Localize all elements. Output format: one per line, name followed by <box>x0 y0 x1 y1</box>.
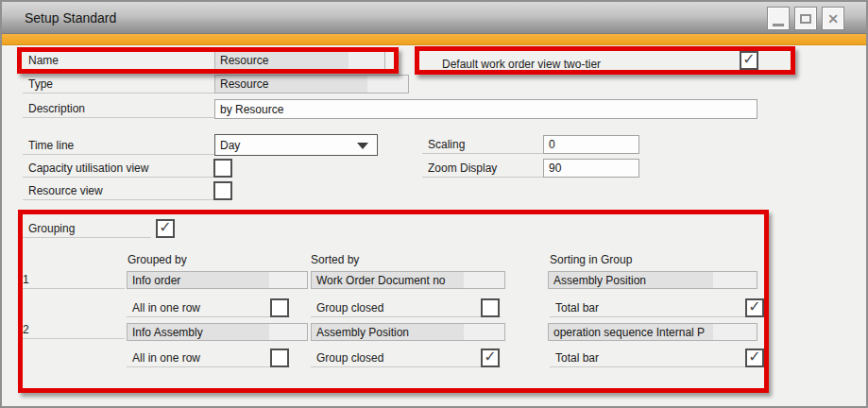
type-label: Type <box>23 76 214 94</box>
all-in-one-row-checkbox-2[interactable] <box>270 348 289 367</box>
title-bar[interactable]: Setup Standard ✕ <box>2 2 866 34</box>
capacity-view-label: Capacity utilisation view <box>23 160 214 178</box>
time-line-value: Day <box>220 139 240 152</box>
grouped-by-header: Grouped by <box>128 253 187 268</box>
minimize-icon <box>773 24 784 26</box>
default-two-tier-checkbox[interactable] <box>740 51 758 70</box>
time-line-label: Time line <box>23 137 214 155</box>
capacity-view-checkbox[interactable] <box>213 159 232 178</box>
zoom-display-field[interactable]: 90 <box>543 159 639 178</box>
group-closed-label-1: Group closed <box>311 299 501 317</box>
default-two-tier-label: Default work order view two-tier <box>436 56 763 74</box>
group-row-number: 2 <box>19 321 125 339</box>
sorting-in-group-field-2[interactable]: operation sequence Internal P <box>548 323 757 341</box>
resource-view-label: Resource view <box>23 182 214 200</box>
grouped-by-field-2[interactable]: Info Assembly <box>127 323 308 341</box>
scaling-label: Scaling <box>422 136 543 154</box>
grouping-checkbox[interactable] <box>156 219 175 238</box>
dropdown-arrow-icon <box>357 143 368 149</box>
close-icon: ✕ <box>827 12 839 26</box>
all-in-one-row-label-1: All in one row <box>127 299 290 317</box>
group-closed-checkbox-2[interactable] <box>481 348 500 367</box>
zoom-display-label: Zoom Display <box>422 160 543 178</box>
sorted-by-header: Sorted by <box>311 253 359 268</box>
all-in-one-row-checkbox-1[interactable] <box>270 298 289 317</box>
sorting-in-group-field-1[interactable]: Assembly Position <box>548 271 757 289</box>
minimize-button[interactable] <box>767 7 790 30</box>
sorted-by-field-1[interactable]: Work Order Document no <box>311 271 505 289</box>
group-row-number: 1 <box>19 271 125 289</box>
close-button[interactable]: ✕ <box>822 7 844 30</box>
all-in-one-row-label-2: All in one row <box>127 349 290 367</box>
total-bar-checkbox-1[interactable] <box>745 298 764 317</box>
total-bar-label-1: Total bar <box>550 299 765 317</box>
grouping-label: Grouping <box>23 220 151 238</box>
name-field[interactable]: Resource <box>214 51 385 70</box>
total-bar-label-2: Total bar <box>550 349 765 367</box>
description-field[interactable]: by Resource <box>214 99 757 119</box>
accent-bar <box>2 34 866 45</box>
maximize-icon <box>800 14 811 24</box>
group-closed-label-2: Group closed <box>311 349 501 367</box>
time-line-dropdown[interactable]: Day <box>214 134 378 156</box>
total-bar-checkbox-2[interactable] <box>745 348 764 367</box>
description-label: Description <box>23 100 214 118</box>
group-closed-checkbox-1[interactable] <box>481 298 500 317</box>
sorting-in-group-header: Sorting in Group <box>550 253 632 268</box>
maximize-button[interactable] <box>794 7 817 30</box>
sorted-by-field-2[interactable]: Assembly Position <box>311 323 505 341</box>
resource-view-checkbox[interactable] <box>213 181 232 200</box>
scaling-field[interactable]: 0 <box>543 135 639 154</box>
grouped-by-field-1[interactable]: Info order <box>127 271 308 289</box>
window-title: Setup Standard <box>25 2 116 34</box>
type-field[interactable]: Resource <box>214 75 409 94</box>
setup-standard-dialog: Setup Standard ✕ Name Resource Default w… <box>0 0 868 408</box>
name-label: Name <box>23 52 214 70</box>
